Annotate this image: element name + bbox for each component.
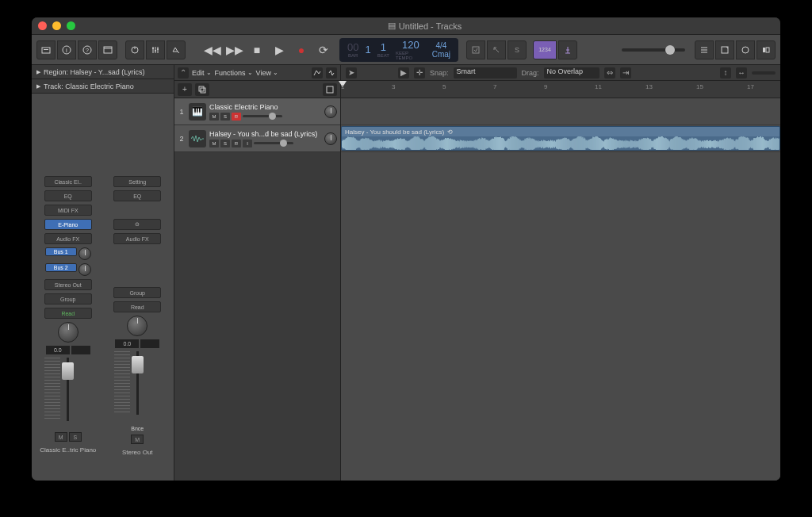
functions-menu[interactable]: Functions — [215, 69, 253, 77]
track-pan-knob[interactable] — [324, 132, 337, 145]
record-button[interactable]: ● — [293, 40, 309, 59]
edit-menu[interactable]: Edit — [192, 69, 212, 77]
mute-button[interactable]: M — [131, 435, 144, 444]
svg-rect-49 — [358, 141, 358, 147]
minimize-button[interactable] — [52, 21, 61, 30]
svg-rect-320 — [569, 140, 570, 148]
send2-knob[interactable] — [79, 263, 91, 276]
track-inspector-header[interactable]: Track: Classic Electric Piano — [32, 79, 174, 94]
send-bus1[interactable]: Bus 1 — [45, 247, 77, 256]
quick-help-button[interactable]: ? — [78, 40, 97, 59]
comp-slot[interactable]: ⊖ — [113, 219, 161, 230]
track-header-2[interactable]: 2 Halsey - You sh...d be sad (Lyrics) M … — [174, 125, 340, 152]
audiofx-slot[interactable]: Audio FX — [44, 233, 92, 244]
output-slot[interactable]: Stereo Out — [44, 279, 92, 290]
notepad-button[interactable] — [715, 40, 734, 59]
zoom-horiz-icon[interactable]: ↔ — [736, 67, 747, 79]
setting-button[interactable]: Classic El.. — [44, 176, 92, 187]
fader[interactable] — [35, 358, 102, 429]
svg-rect-123 — [416, 136, 416, 151]
group-slot[interactable]: Group — [113, 287, 161, 298]
send-bus2[interactable]: Bus 2 — [45, 263, 77, 272]
tuner-button[interactable] — [558, 40, 577, 59]
svg-rect-190 — [468, 141, 469, 147]
toolbar-toggle-button[interactable] — [98, 40, 117, 59]
eq-button[interactable]: EQ — [44, 190, 92, 201]
track-volume-slider[interactable] — [243, 115, 282, 117]
svg-rect-501 — [710, 140, 711, 148]
smart-controls-button[interactable] — [125, 40, 144, 59]
lane-1[interactable] — [341, 98, 780, 125]
svg-rect-390 — [624, 140, 625, 147]
trim-icon[interactable]: ⇥ — [620, 67, 631, 79]
svg-rect-71 — [374, 140, 375, 147]
group-slot[interactable]: Group — [44, 293, 92, 304]
automation-mode[interactable]: Read — [113, 301, 161, 312]
arrange-grid[interactable]: Halsey - You should be sad (Lyrics) ⟲ — [341, 98, 780, 481]
rewind-button[interactable]: ◀◀ — [205, 40, 220, 59]
send1-knob[interactable] — [79, 247, 91, 260]
pan-knob[interactable] — [127, 316, 147, 336]
forward-button[interactable]: ▶▶ — [227, 40, 243, 59]
pointer-tool-icon[interactable]: ⌃ — [178, 67, 189, 79]
stop-button[interactable]: ■ — [249, 40, 265, 59]
library-button[interactable] — [36, 40, 56, 59]
ruler[interactable]: 1357911131517 — [341, 81, 780, 98]
play-button[interactable]: ▶ — [271, 40, 287, 59]
nudge-icon[interactable]: ⇔ — [604, 67, 615, 79]
svg-rect-373 — [611, 138, 611, 150]
region-inspector-header[interactable]: Region: Halsey - Y...sad (Lyrics) — [32, 65, 174, 79]
maximize-button[interactable] — [67, 21, 75, 30]
catch-icon[interactable]: ➤ — [346, 67, 357, 79]
lane-2[interactable]: Halsey - You should be sad (Lyrics) ⟲ — [341, 125, 780, 152]
track-input-monitor[interactable]: I — [243, 140, 252, 147]
svg-rect-306 — [558, 139, 559, 149]
automation-icon[interactable] — [312, 67, 323, 79]
track-solo[interactable]: S — [220, 113, 230, 121]
track-record[interactable]: R — [232, 113, 241, 121]
add-track-button[interactable]: + — [178, 83, 192, 96]
mute-button[interactable]: M — [55, 432, 67, 442]
inspector-button[interactable]: i — [57, 40, 76, 59]
track-solo[interactable]: S — [220, 140, 230, 147]
instrument-slot[interactable]: E-Piano — [44, 219, 92, 230]
track-record[interactable]: R — [232, 140, 241, 147]
fader[interactable] — [105, 351, 171, 423]
view-menu[interactable]: View — [256, 69, 278, 77]
autopunch-button[interactable] — [487, 40, 506, 59]
loops-button[interactable] — [736, 40, 755, 59]
list-editors-button[interactable] — [695, 40, 714, 59]
zoom-slider[interactable] — [752, 71, 776, 75]
automation-mode[interactable]: Read — [44, 308, 92, 319]
close-button[interactable] — [38, 21, 47, 30]
track-pan-knob[interactable] — [324, 105, 337, 118]
solo-btn[interactable]: S — [69, 432, 82, 442]
track-mute[interactable]: M — [209, 140, 219, 147]
mixer-button[interactable] — [146, 40, 165, 59]
flex-icon[interactable] — [326, 67, 337, 79]
zoom-vert-icon[interactable]: ↕ — [720, 67, 731, 79]
cycle-button[interactable]: ⟳ — [316, 40, 331, 59]
midifx-slot[interactable]: MIDI FX — [44, 205, 92, 216]
track-volume-slider[interactable] — [254, 142, 293, 144]
lcd-display[interactable]: 00BAR 1 1BEAT 120KEEP TEMPO 4/4Cmaj — [339, 38, 458, 62]
snap-dropdown[interactable]: Smart — [454, 67, 517, 79]
duplicate-track-button[interactable] — [195, 83, 209, 96]
drag-dropdown[interactable]: No Overlap — [544, 67, 599, 79]
eq-button[interactable]: EQ — [113, 190, 161, 201]
global-tracks-button[interactable] — [323, 83, 337, 96]
browser-button[interactable] — [756, 40, 776, 59]
pan-knob[interactable] — [58, 322, 79, 343]
marquee-tool[interactable]: ✛ — [414, 67, 425, 79]
replace-button[interactable] — [466, 40, 485, 59]
count-in-button[interactable]: 1234 — [533, 40, 557, 59]
audio-region[interactable]: Halsey - You should be sad (Lyrics) ⟲ — [341, 126, 780, 151]
master-volume-slider[interactable] — [622, 48, 685, 52]
audiofx-slot[interactable]: Audio FX — [113, 233, 161, 244]
editors-button[interactable] — [167, 40, 186, 59]
track-header-1[interactable]: 1 🎹 Classic Electric Piano M S R — [174, 98, 340, 125]
pointer-tool[interactable]: ▶ — [398, 67, 409, 79]
track-mute[interactable]: M — [209, 113, 219, 121]
solo-button[interactable]: S — [508, 40, 527, 59]
setting-button[interactable]: Setting — [113, 176, 161, 187]
